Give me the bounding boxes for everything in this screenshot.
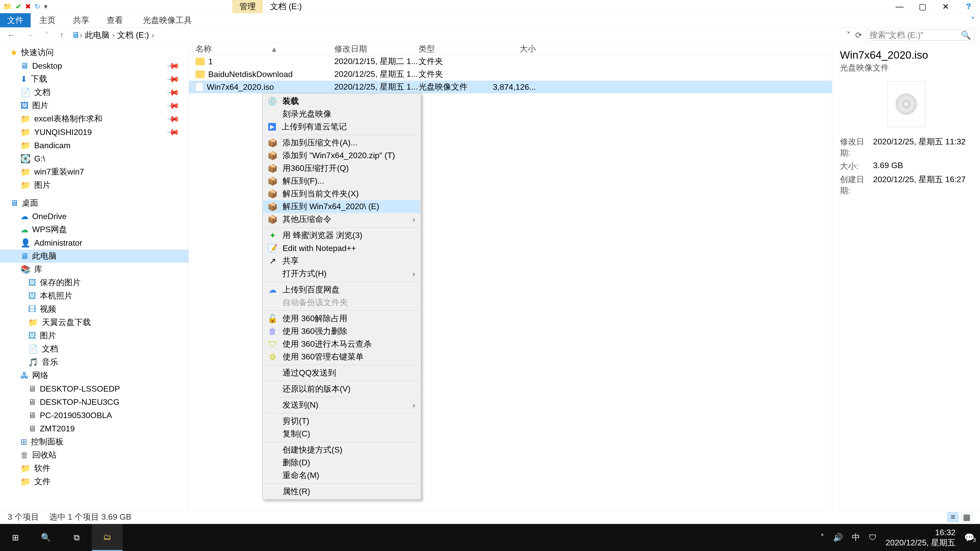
col-type[interactable]: 类型 (418, 43, 490, 55)
cm-send-to[interactable]: 发送到(N)› (263, 399, 420, 411)
cm-open-with[interactable]: 打开方式(H)› (263, 267, 420, 280)
volume-icon[interactable]: 🔊 (833, 533, 843, 542)
ime-icon[interactable]: 中 (852, 532, 860, 543)
nav-libraries[interactable]: 📚库 (0, 263, 189, 276)
cm-360-force-delete[interactable]: 🗑使用 360强力删除 (263, 325, 420, 338)
cm-add-archive[interactable]: 📦添加到压缩文件(A)... (263, 137, 420, 149)
folder-icon[interactable]: 📁 (3, 2, 12, 11)
task-view-icon[interactable]: ⧉ (61, 524, 92, 551)
security-icon[interactable]: 🛡 (869, 533, 877, 542)
cm-extract-named[interactable]: 📦解压到 Win7x64_2020\ (E) (263, 200, 420, 213)
nav-control-panel[interactable]: ⊞控制面板 (0, 435, 189, 448)
nav-pc2[interactable]: 🖥DESKTOP-NJEU3CG (0, 395, 189, 409)
tab-file[interactable]: 文件 (0, 13, 30, 27)
tab-share[interactable]: 共享 (64, 13, 98, 27)
search-taskbar-icon[interactable]: 🔍 (30, 524, 61, 551)
nav-desktop[interactable]: 🖥Desktop📌 (0, 59, 189, 73)
nav-excel-folder[interactable]: 📁excel表格制作求和📌 (0, 112, 189, 125)
start-button[interactable]: ⊞ (0, 524, 30, 551)
nav-files[interactable]: 📁文件 (0, 475, 189, 488)
nav-pictures3[interactable]: 🖼图片 (0, 329, 189, 342)
nav-software[interactable]: 📁软件 (0, 462, 189, 475)
cm-extract-here[interactable]: 📦解压到当前文件夹(X) (263, 187, 420, 200)
help-button[interactable]: ? (957, 0, 980, 13)
col-size[interactable]: 大小 (490, 43, 536, 55)
cm-other-compress[interactable]: 📦其他压缩命令› (263, 213, 420, 226)
chevron-right-icon[interactable]: › (112, 30, 115, 40)
file-row-selected[interactable]: Win7x64_2020.iso 2020/12/25, 星期五 1... 光盘… (189, 81, 832, 94)
nav-tianyi[interactable]: 📁天翼云盘下载 (0, 316, 189, 329)
cm-360-manage-menu[interactable]: ⚙使用 360管理右键菜单 (263, 351, 420, 363)
nav-network[interactable]: 🖧网络 (0, 369, 189, 382)
cm-delete[interactable]: 删除(D) (263, 456, 420, 469)
undo-curve-icon[interactable]: ↻ (35, 2, 40, 11)
cm-create-shortcut[interactable]: 创建快捷方式(S) (263, 444, 420, 456)
nav-back-button[interactable]: ← (4, 30, 18, 40)
nav-pictures[interactable]: 🖼图片📌 (0, 99, 189, 112)
tab-iso-tools[interactable]: 光盘映像工具 (134, 13, 200, 27)
col-name[interactable]: 名称▴ (189, 43, 334, 55)
nav-camera-roll[interactable]: 🖼本机照片 (0, 289, 189, 303)
ribbon-expand-icon[interactable]: ˅ (971, 13, 980, 27)
col-date[interactable]: 修改日期 (334, 43, 418, 55)
tab-home[interactable]: 主页 (30, 13, 64, 27)
cm-rename[interactable]: 重命名(M) (263, 469, 420, 482)
tab-view[interactable]: 查看 (98, 13, 132, 27)
cm-open-360zip[interactable]: 📦用360压缩打开(Q) (263, 162, 420, 175)
tray-chevron-icon[interactable]: ˄ (820, 533, 824, 542)
file-row[interactable]: 1 2020/12/15, 星期二 1... 文件夹 (189, 55, 832, 68)
nav-win7reinstall[interactable]: 📁win7重装win7 (0, 165, 189, 179)
nav-this-pc[interactable]: 🖥此电脑 (0, 249, 189, 263)
path-dropdown-icon[interactable]: ˅ (846, 30, 851, 40)
cm-mount[interactable]: 💿装载 (263, 95, 420, 108)
cm-bee-browser[interactable]: ✦用 蜂蜜浏览器 浏览(3) (263, 229, 420, 242)
close-red-icon[interactable]: ✖ (25, 2, 31, 11)
file-explorer-taskbar-icon[interactable]: 🗂 (92, 524, 123, 551)
action-center-icon[interactable]: 💬3 (964, 533, 974, 542)
chevron-right-icon[interactable]: › (151, 30, 154, 40)
cm-add-zip[interactable]: 📦添加到 "Win7x64_2020.zip" (T) (263, 149, 420, 162)
refresh-icon[interactable]: ⟳ (855, 30, 862, 40)
cm-restore-previous[interactable]: 还原以前的版本(V) (263, 383, 420, 395)
cm-notepadpp[interactable]: 📝Edit with Notepad++ (263, 242, 420, 254)
nav-music[interactable]: 🎵音乐 (0, 356, 189, 369)
minimize-button[interactable]: — (888, 0, 911, 13)
contextual-tab-manage[interactable]: 管理 (232, 0, 263, 13)
chevron-right-icon[interactable]: › (80, 30, 83, 40)
crumb-thispc[interactable]: 此电脑 (83, 30, 112, 41)
cm-qq-send[interactable]: 通过QQ发送到 (263, 367, 420, 380)
nav-g-drive[interactable]: 💽G:\ (0, 152, 189, 165)
nav-onedrive[interactable]: ☁OneDrive (0, 210, 189, 223)
crumb-drive[interactable]: 文档 (E:) (115, 30, 151, 41)
cm-share[interactable]: ↗共享 (263, 254, 420, 267)
search-input[interactable]: 搜索"文档 (E:)" 🔍 (867, 30, 974, 41)
cm-360-trojan-scan[interactable]: 🛡使用 360进行木马云查杀 (263, 338, 420, 351)
nav-bandicam[interactable]: 📁Bandicam (0, 139, 189, 152)
nav-desktop-section[interactable]: 🖥桌面 (0, 197, 189, 210)
cm-baidu-upload[interactable]: ☁上传到百度网盘 (263, 283, 420, 296)
clock[interactable]: 16:32 2020/12/25, 星期五 (886, 527, 956, 548)
cm-extract-to[interactable]: 📦解压到(F)... (263, 175, 420, 187)
nav-videos[interactable]: 🎞视频 (0, 303, 189, 316)
nav-documents2[interactable]: 📄文档 (0, 342, 189, 356)
file-row[interactable]: BaiduNetdiskDownload 2020/12/25, 星期五 1..… (189, 68, 832, 81)
nav-quick-access[interactable]: ★快速访问 (0, 46, 189, 59)
cm-copy[interactable]: 复制(C) (263, 427, 420, 440)
nav-saved-pictures[interactable]: 🖼保存的图片 (0, 276, 189, 289)
cm-burn[interactable]: 刻录光盘映像 (263, 108, 420, 121)
close-button[interactable]: ✕ (934, 0, 957, 13)
qat-dropdown-icon[interactable]: ▾ (44, 2, 48, 11)
view-icons-button[interactable]: ▦ (961, 512, 972, 522)
maximize-button[interactable]: ▢ (911, 0, 934, 13)
cm-youdao[interactable]: ▶上传到有道云笔记 (263, 121, 420, 133)
breadcrumb[interactable]: 🖥 › 此电脑 › 文档 (E:) › (72, 30, 842, 41)
nav-recycle-bin[interactable]: 🗑回收站 (0, 448, 189, 462)
nav-pc1[interactable]: 🖥DESKTOP-LSSOEDP (0, 382, 189, 395)
cm-360-unlock[interactable]: 🔓使用 360解除占用 (263, 312, 420, 325)
nav-recent-dropdown[interactable]: ˅ (42, 30, 52, 40)
nav-yunqishi[interactable]: 📁YUNQISHI2019📌 (0, 125, 189, 139)
view-details-button[interactable]: ≡ (947, 512, 959, 522)
nav-pc4[interactable]: 🖥ZMT2019 (0, 422, 189, 435)
nav-forward-button[interactable]: → (23, 30, 37, 40)
nav-pc3[interactable]: 🖥PC-20190530OBLA (0, 409, 189, 422)
